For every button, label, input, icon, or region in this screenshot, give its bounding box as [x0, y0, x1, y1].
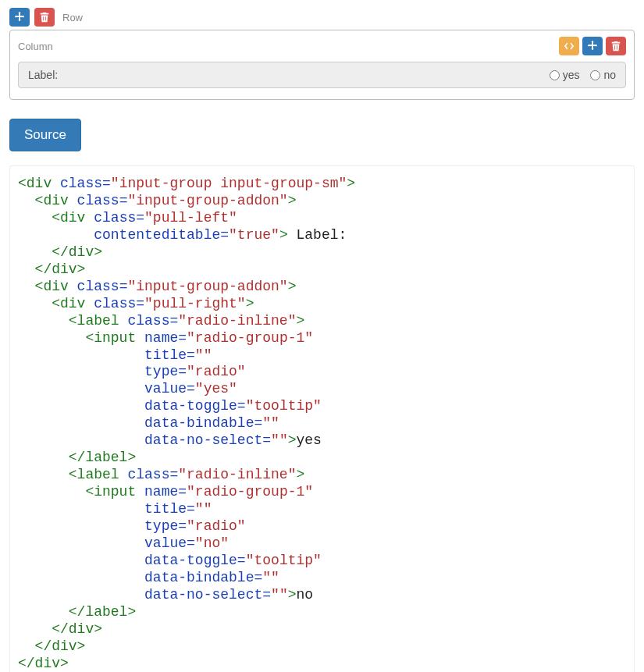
- source-button[interactable]: Source: [9, 119, 81, 151]
- move-icon: [14, 12, 25, 23]
- radio-option-no[interactable]: no: [590, 69, 616, 81]
- row-toolbar: Row: [9, 8, 635, 27]
- column-container: Column Label: yes no: [9, 30, 635, 100]
- radio-input-yes[interactable]: [550, 70, 560, 80]
- delete-column-button[interactable]: [606, 37, 626, 55]
- move-icon: [587, 41, 598, 52]
- row-label: Row: [62, 12, 83, 23]
- move-column-button[interactable]: [582, 37, 603, 55]
- trash-icon: [610, 41, 621, 52]
- delete-row-button[interactable]: [34, 8, 55, 27]
- column-actions: [559, 37, 626, 55]
- radio-label-yes: yes: [563, 69, 580, 81]
- radio-group: yes no: [540, 62, 625, 87]
- trash-icon: [39, 12, 50, 23]
- source-code-panel: <div class="input-group input-group-sm">…: [9, 165, 635, 672]
- code-icon: [564, 41, 575, 52]
- source-code: <div class="input-group input-group-sm">…: [18, 176, 626, 672]
- radio-option-yes[interactable]: yes: [550, 69, 580, 81]
- form-label[interactable]: Label:: [19, 62, 540, 87]
- column-header: Column: [18, 37, 626, 55]
- column-label: Column: [18, 41, 53, 52]
- edit-source-button[interactable]: [559, 37, 579, 55]
- move-row-button[interactable]: [9, 8, 30, 27]
- radio-input-no[interactable]: [590, 70, 600, 80]
- label-radio-row: Label: yes no: [18, 62, 626, 88]
- radio-label-no: no: [603, 69, 616, 81]
